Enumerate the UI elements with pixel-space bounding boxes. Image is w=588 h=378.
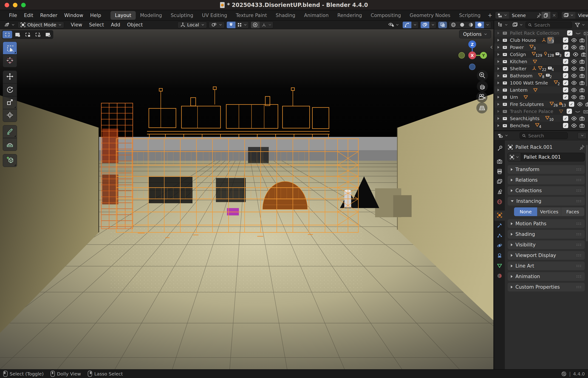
close-window-button[interactable]	[5, 3, 9, 7]
exclude-checkbox[interactable]: ✓	[563, 45, 568, 50]
eye-open-icon[interactable]	[571, 44, 577, 50]
tool-cursor-button[interactable]	[3, 54, 17, 67]
exclude-checkbox[interactable]: ✓	[569, 102, 574, 107]
camera-enabled-icon[interactable]	[579, 73, 585, 79]
properties-options-button[interactable]	[577, 132, 587, 139]
shading-rendered-button[interactable]	[475, 22, 484, 28]
camera-enabled-icon[interactable]	[579, 94, 585, 100]
workspace-tab-compositing[interactable]: Compositing	[366, 11, 405, 20]
show-gizmo-toggle[interactable]	[403, 22, 411, 28]
select-mode-set-button[interactable]	[2, 31, 12, 38]
camera-enabled-icon[interactable]	[579, 87, 585, 93]
panel-drag-grip[interactable]	[576, 233, 582, 236]
workspace-tab-texture-paint[interactable]: Texture Paint	[232, 11, 272, 20]
tool-transform-button[interactable]	[3, 109, 17, 122]
panel-motion-paths[interactable]: Motion Paths	[508, 219, 585, 228]
select-mode-intersect-button[interactable]	[43, 31, 53, 38]
workspace-tab-geometry-nodes[interactable]: Geometry Nodes	[405, 11, 455, 20]
outliner-row-kitchen[interactable]: Kitchen ✓	[494, 58, 588, 65]
collection-name[interactable]: 1000 Watt Smile	[510, 80, 548, 86]
outliner-filter-button[interactable]	[573, 22, 587, 28]
workspace-tab-scripting[interactable]: Scripting	[455, 11, 485, 20]
panel-animation[interactable]: Animation	[508, 272, 585, 281]
eye-closed-icon[interactable]	[575, 108, 581, 114]
collection-name[interactable]: Shelter	[510, 66, 526, 71]
properties-scrollbar[interactable]	[586, 145, 588, 241]
sidebar-collapse-icon[interactable]: ‹	[490, 42, 493, 51]
panel-collections[interactable]: Collections	[508, 186, 585, 195]
eye-open-icon[interactable]	[571, 116, 577, 122]
scene-name[interactable]: Scene	[509, 13, 536, 18]
minimize-window-button[interactable]	[13, 3, 17, 7]
object-visibility-dropdown[interactable]	[387, 22, 401, 28]
expand-chevron-icon[interactable]	[497, 74, 499, 77]
viewport-menu-add[interactable]: Add	[108, 21, 124, 28]
object-name-field[interactable]	[508, 153, 585, 162]
exclude-checkbox[interactable]: ✓	[563, 66, 568, 71]
menu-window[interactable]: Window	[61, 12, 87, 19]
properties-search[interactable]	[520, 132, 568, 139]
panel-drag-grip[interactable]	[576, 179, 582, 181]
scene-unlink-icon[interactable]: ✕	[550, 13, 558, 18]
show-overlays-toggle[interactable]	[421, 22, 429, 28]
tool-scale-button[interactable]	[3, 96, 17, 109]
viewport-3d[interactable]: Object Mode ViewSelectAddObject Local	[0, 21, 493, 369]
properties-tab-object-data[interactable]	[494, 261, 505, 271]
proportional-editing-toggle[interactable]	[251, 22, 260, 28]
viewport-canvas[interactable]: Options	[0, 29, 493, 369]
overlays-dropdown[interactable]	[429, 22, 436, 28]
tool-annotate-button[interactable]	[3, 125, 17, 138]
instancing-vertices-button[interactable]: Vertices	[537, 207, 561, 216]
options-button[interactable]: Options	[459, 30, 491, 38]
outliner-row-power[interactable]: Power 3 ✓	[494, 44, 588, 51]
collection-name[interactable]: Urn	[510, 94, 518, 100]
outliner-row-club-house[interactable]: Club House 3 ✓	[494, 37, 588, 44]
camera-enabled-icon[interactable]	[585, 102, 588, 107]
properties-tab-object[interactable]	[494, 211, 505, 221]
camera-enabled-icon[interactable]	[579, 45, 585, 50]
zoom-view-button[interactable]	[477, 70, 488, 81]
expand-chevron-icon[interactable]	[497, 81, 499, 84]
orientation-gizmo[interactable]: Z X Y	[459, 40, 487, 70]
properties-tab-scene[interactable]	[494, 187, 505, 197]
outliner-row-shelter[interactable]: Shelter 224 ✓	[494, 65, 588, 72]
panel-instancing[interactable]: Instancing	[508, 197, 585, 205]
eye-closed-icon[interactable]	[575, 30, 581, 36]
collection-name[interactable]: Bathroom	[510, 73, 533, 79]
outliner-row-fire-sculptures[interactable]: Fire Sculptures 26a13 ✓	[494, 101, 588, 108]
expand-chevron-icon[interactable]	[497, 103, 499, 106]
camera-enabled-icon[interactable]	[579, 123, 585, 128]
exclude-checkbox[interactable]: ✓	[563, 94, 568, 100]
exclude-checkbox[interactable]: ✓	[563, 116, 568, 121]
pin-icon[interactable]	[579, 144, 585, 150]
outliner-row-urn[interactable]: Urn ✓	[494, 94, 588, 101]
collection-name[interactable]: SearchLights	[510, 116, 540, 121]
workspace-add-button[interactable]: +	[485, 11, 495, 20]
camera-enabled-icon[interactable]	[579, 59, 585, 64]
expand-chevron-icon[interactable]	[497, 60, 499, 63]
object-name-input[interactable]	[521, 154, 585, 160]
zoom-window-button[interactable]	[21, 3, 26, 7]
menu-file[interactable]: File	[5, 12, 20, 19]
properties-tab-world[interactable]	[494, 197, 505, 207]
collection-name[interactable]: Lantern	[510, 87, 528, 93]
shading-dropdown[interactable]	[484, 22, 491, 28]
pin-icon[interactable]	[536, 13, 542, 18]
exclude-checkbox[interactable]: ✓	[563, 59, 568, 64]
eye-open-icon[interactable]	[571, 123, 577, 129]
expand-chevron-icon[interactable]	[497, 53, 499, 56]
properties-tab-particles[interactable]	[494, 231, 505, 241]
expand-chevron-icon[interactable]	[497, 46, 499, 49]
outliner-row-searchlights[interactable]: SearchLights 10 ✓	[494, 115, 588, 122]
mode-dropdown[interactable]: Object Mode	[18, 22, 64, 28]
expand-chevron-icon[interactable]	[497, 96, 499, 98]
eye-open-icon[interactable]	[577, 101, 583, 107]
expand-chevron-icon[interactable]	[497, 89, 499, 91]
xray-toggle[interactable]	[438, 22, 447, 28]
pivot-dropdown[interactable]	[209, 22, 225, 28]
properties-tab-view-layer[interactable]	[494, 177, 505, 187]
outliner-row-pallet-rack-collection[interactable]: Pallet Rack Collection ✓	[494, 29, 588, 37]
workspace-tab-layout[interactable]: Layout	[110, 11, 136, 20]
outliner-search-input[interactable]	[534, 22, 569, 28]
object-id-browse[interactable]	[508, 153, 521, 161]
